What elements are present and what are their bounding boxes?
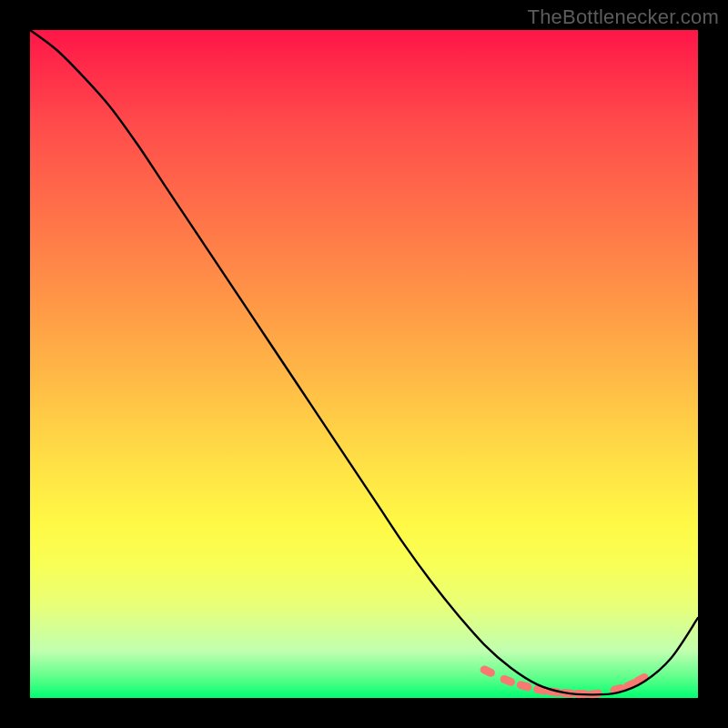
bottleneck-curve xyxy=(30,30,698,694)
chart-frame: TheBottlenecker.com xyxy=(0,0,728,728)
watermark-label: TheBottlenecker.com xyxy=(528,5,719,29)
curve-layer xyxy=(30,30,698,698)
